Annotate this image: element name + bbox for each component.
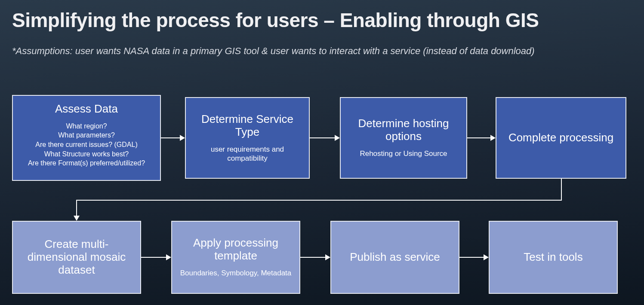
step-determine-hosting: Determine hosting options Rehosting or U… — [340, 97, 467, 179]
detail-line: What parameters? — [28, 131, 145, 140]
arrow-icon — [161, 133, 185, 143]
step-publish-service: Publish as service — [330, 221, 459, 294]
detail-line: What Structure works best? — [28, 149, 145, 159]
step-create-mosaic: Create multi-dimensional mosaic dataset — [12, 221, 141, 294]
svg-marker-8 — [166, 254, 171, 260]
svg-marker-5 — [490, 135, 496, 141]
svg-marker-12 — [484, 254, 489, 260]
step-subtitle: user requirements and compatibility — [191, 145, 304, 163]
arrow-icon — [300, 253, 330, 262]
arrow-icon — [459, 253, 489, 262]
step-determine-service-type: Determine Service Type user requirements… — [185, 97, 310, 179]
step-title: Complete processing — [508, 131, 613, 144]
step-subtitle: Rehosting or Using Source — [360, 149, 447, 158]
step-title: Assess Data — [55, 103, 118, 116]
detail-line: What region? — [28, 122, 145, 131]
arrow-icon — [467, 133, 496, 143]
step-title: Apply processing template — [177, 237, 294, 262]
step-title: Publish as service — [350, 251, 440, 264]
svg-marker-1 — [180, 135, 185, 141]
slide-title: Simplifying the process for users – Enab… — [12, 9, 539, 32]
assumptions-note: *Assumptions: user wants NASA data in a … — [12, 46, 535, 57]
step-assess-data: Assess Data What region? What parameters… — [12, 95, 161, 181]
detail-line: Are there current issues? (GDAL) — [28, 140, 145, 149]
step-title: Create multi-dimensional mosaic dataset — [18, 238, 135, 277]
arrow-icon — [141, 253, 171, 262]
svg-marker-10 — [325, 254, 330, 260]
step-test-tools: Test in tools — [489, 221, 618, 294]
step-title: Test in tools — [524, 251, 582, 264]
elbow-arrow-icon — [73, 179, 627, 222]
svg-marker-3 — [335, 135, 340, 141]
detail-line: Are there Format(s) preferred/utilized? — [28, 159, 145, 168]
step-title: Determine Service Type — [191, 113, 304, 139]
svg-marker-6 — [74, 216, 80, 221]
step-complete-processing: Complete processing — [496, 97, 626, 179]
step-detail-list: What region? What parameters? Are there … — [28, 122, 145, 168]
step-subtitle: Boundaries, Symbology, Metadata — [180, 268, 292, 278]
arrow-icon — [310, 133, 340, 143]
step-title: Determine hosting options — [346, 117, 461, 143]
step-apply-template: Apply processing template Boundaries, Sy… — [171, 221, 300, 294]
